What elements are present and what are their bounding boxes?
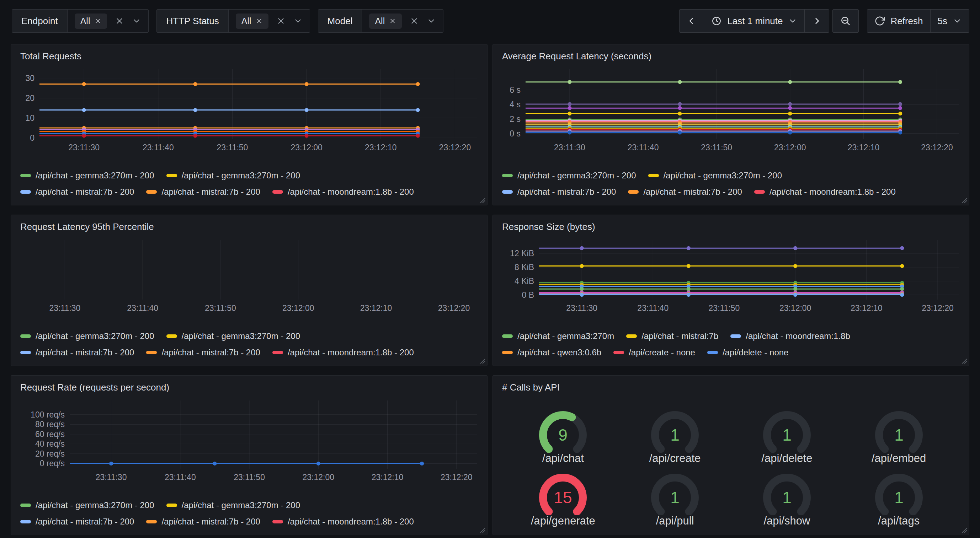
legend-item[interactable]: /api/chat - moondream:1.8b - 200	[272, 517, 414, 527]
data-point[interactable]	[898, 102, 902, 106]
legend-item[interactable]: /api/chat - mistral:7b - 200	[20, 348, 134, 357]
resize-handle-icon[interactable]	[479, 197, 485, 203]
filter-chip[interactable]: All	[369, 14, 402, 29]
refresh-interval-picker[interactable]: 5s	[930, 10, 969, 32]
data-point[interactable]	[82, 82, 86, 86]
data-point[interactable]	[900, 264, 904, 268]
resize-handle-icon[interactable]	[961, 357, 967, 364]
chip-remove-icon[interactable]	[94, 17, 101, 24]
data-point[interactable]	[687, 246, 690, 250]
time-shift-forward-button[interactable]	[804, 10, 829, 32]
chevron-down-icon[interactable]	[132, 16, 141, 25]
data-point[interactable]	[305, 134, 309, 138]
chevron-down-icon[interactable]	[427, 16, 436, 25]
data-point[interactable]	[788, 131, 792, 135]
legend-item[interactable]: /api/chat - gemma3:270m - 200	[20, 171, 154, 181]
gauge-api-embed[interactable]: 1/api/embed	[865, 406, 933, 465]
data-point[interactable]	[416, 108, 420, 112]
data-point[interactable]	[416, 134, 420, 138]
gauge-api-chat[interactable]: 9/api/chat	[529, 406, 597, 465]
resize-handle-icon[interactable]	[961, 527, 967, 533]
gauge-api-pull[interactable]: 1/api/pull	[641, 468, 709, 527]
data-point[interactable]	[580, 293, 584, 297]
filter-value-select[interactable]: All	[68, 10, 149, 32]
data-point[interactable]	[898, 80, 902, 84]
data-point[interactable]	[568, 111, 571, 116]
data-point[interactable]	[793, 264, 797, 268]
legend-item[interactable]: /api/chat - gemma3:270m	[502, 331, 614, 341]
filter-value-select[interactable]: All	[362, 10, 443, 32]
time-range-picker[interactable]: Last 1 minute	[704, 10, 804, 32]
legend-item[interactable]: /api/chat - gemma3:270m - 200	[166, 500, 301, 510]
data-point[interactable]	[793, 287, 797, 291]
legend-item[interactable]: /api/chat - moondream:1.8b - 200	[754, 187, 896, 197]
data-point[interactable]	[109, 462, 113, 465]
data-point[interactable]	[788, 111, 792, 116]
legend-item[interactable]: /api/create - none	[613, 348, 695, 357]
data-point[interactable]	[678, 131, 682, 135]
legend-item[interactable]: /api/chat - mistral:7b - 200	[146, 348, 260, 357]
gauge-api-generate[interactable]: 15/api/generate	[529, 468, 597, 527]
gauge-api-show[interactable]: 1/api/show	[753, 468, 821, 527]
data-point[interactable]	[568, 106, 571, 110]
chip-remove-icon[interactable]	[256, 17, 263, 24]
filter-chip[interactable]: All	[236, 14, 269, 29]
data-point[interactable]	[788, 106, 792, 110]
gauge-api-tags[interactable]: 1/api/tags	[865, 468, 933, 527]
legend-item[interactable]: /api/chat - mistral:7b - 200	[502, 187, 616, 197]
legend-item[interactable]: /api/chat - mistral:7b	[626, 331, 718, 341]
data-point[interactable]	[580, 287, 584, 291]
data-point[interactable]	[416, 82, 420, 86]
data-point[interactable]	[305, 82, 309, 86]
data-point[interactable]	[687, 264, 690, 268]
data-point[interactable]	[678, 111, 682, 116]
data-point[interactable]	[793, 293, 797, 297]
legend-item[interactable]: /api/chat - mistral:7b - 200	[20, 517, 134, 527]
data-point[interactable]	[193, 108, 197, 112]
clear-selection-icon[interactable]	[410, 16, 419, 25]
legend-item[interactable]: /api/chat - gemma3:270m - 200	[648, 171, 782, 181]
legend-item[interactable]: /api/chat - gemma3:270m - 200	[166, 171, 301, 181]
clear-selection-icon[interactable]	[276, 16, 286, 25]
data-point[interactable]	[317, 462, 320, 465]
data-point[interactable]	[580, 264, 584, 268]
resize-handle-icon[interactable]	[479, 357, 485, 364]
data-point[interactable]	[898, 111, 902, 116]
data-point[interactable]	[678, 106, 682, 110]
data-point[interactable]	[900, 287, 904, 291]
data-point[interactable]	[900, 293, 904, 297]
data-point[interactable]	[687, 287, 690, 291]
data-point[interactable]	[420, 462, 424, 465]
data-point[interactable]	[82, 134, 86, 138]
legend-item[interactable]: /api/chat - mistral:7b - 200	[628, 187, 742, 197]
data-point[interactable]	[898, 131, 902, 135]
data-point[interactable]	[900, 246, 904, 250]
data-point[interactable]	[568, 80, 571, 84]
clear-selection-icon[interactable]	[115, 16, 124, 25]
data-point[interactable]	[213, 462, 216, 465]
data-point[interactable]	[898, 106, 902, 110]
legend-item[interactable]: /api/chat - moondream:1.8b - 200	[272, 187, 414, 197]
legend-item[interactable]: /api/chat - gemma3:270m - 200	[20, 500, 154, 510]
legend-item[interactable]: /api/chat - gemma3:270m - 200	[502, 171, 636, 181]
legend-item[interactable]: /api/chat - moondream:1.8b	[730, 331, 850, 341]
data-point[interactable]	[568, 102, 571, 106]
resize-handle-icon[interactable]	[479, 527, 485, 533]
chevron-down-icon[interactable]	[293, 16, 302, 25]
data-point[interactable]	[580, 246, 584, 250]
filter-value-select[interactable]: All	[229, 10, 310, 32]
data-point[interactable]	[305, 108, 309, 112]
data-point[interactable]	[788, 80, 792, 84]
refresh-button[interactable]: Refresh	[867, 10, 930, 32]
legend-item[interactable]: /api/chat - mistral:7b - 200	[146, 187, 260, 197]
gauge-api-delete[interactable]: 1/api/delete	[753, 406, 821, 465]
data-point[interactable]	[568, 131, 571, 135]
data-point[interactable]	[193, 82, 197, 86]
legend-item[interactable]: /api/chat - moondream:1.8b - 200	[272, 348, 414, 357]
legend-item[interactable]: /api/chat - gemma3:270m - 200	[20, 331, 154, 341]
legend-item[interactable]: /api/chat - qwen3:0.6b	[502, 348, 601, 357]
data-point[interactable]	[793, 246, 797, 250]
filter-chip[interactable]: All	[75, 14, 107, 29]
legend-item[interactable]: /api/delete - none	[707, 348, 788, 357]
data-point[interactable]	[678, 80, 682, 84]
